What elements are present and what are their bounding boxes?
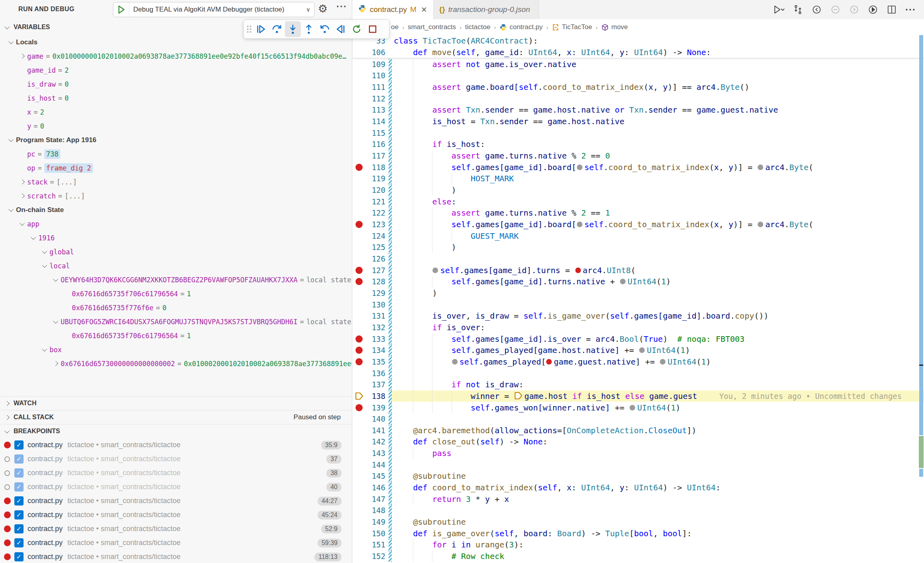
tree-row[interactable]: global (0, 245, 352, 259)
tree-row[interactable]: is_draw=0 (0, 77, 352, 91)
breakpoint-dot-icon[interactable] (355, 358, 363, 365)
breadcrumb-item-tictactoe[interactable]: TicTacToe (552, 23, 592, 31)
inline-breakpoint-candidate-icon[interactable] (639, 347, 645, 353)
tree-row[interactable]: local (0, 259, 352, 273)
breakpoint-dot-icon[interactable] (355, 164, 363, 171)
gutter[interactable]: 127 (353, 264, 389, 276)
gutter[interactable]: 123 (353, 219, 389, 230)
chevron-down-icon[interactable] (28, 236, 38, 240)
overview-ruler[interactable] (918, 0, 924, 563)
code-text[interactable]: self.games[game_id].turns.native + UInt6… (392, 276, 924, 287)
code-text[interactable]: return 3 * y + x (392, 493, 924, 505)
chevron-down-icon[interactable] (50, 320, 61, 323)
breadcrumb-item-tictactoe[interactable]: tictactoe (465, 23, 490, 31)
code-text[interactable]: is_over, is_draw = self.is_game_over(sel… (392, 310, 924, 322)
breakpoint-row[interactable]: ✓contract.pytictactoe • smart_contracts/… (0, 550, 352, 563)
code-text[interactable]: self.games_played[game.guest.native] += … (392, 356, 924, 368)
breakpoint-checkbox[interactable]: ✓ (14, 440, 24, 450)
chevron-down-icon[interactable] (39, 348, 49, 351)
breakpoint-dot-icon[interactable] (355, 335, 363, 343)
code-text[interactable]: pass (392, 448, 924, 459)
gutter[interactable]: 142 (353, 436, 389, 448)
breakpoint-dot-icon[interactable] (355, 267, 363, 274)
start-debug-icon[interactable] (113, 2, 129, 17)
more-actions-icon[interactable]: ··· (336, 1, 347, 12)
inline-breakpoint-candidate-icon[interactable] (620, 279, 626, 284)
callstack-section-header[interactable]: CALL STACK Paused on step (0, 410, 352, 424)
code-text[interactable]: assert not game.is_over.native (392, 59, 924, 70)
code-text[interactable]: winner = game.host if is_host else game.… (392, 391, 924, 402)
code-text[interactable] (392, 367, 924, 379)
gutter[interactable]: 111 (353, 81, 389, 93)
gutter[interactable]: 133 (353, 333, 389, 345)
gutter[interactable]: 136 (353, 367, 389, 379)
inline-breakpoint-icon[interactable] (575, 268, 581, 273)
code-text[interactable] (392, 299, 924, 310)
code-text[interactable] (392, 127, 924, 139)
nav-forward-icon[interactable] (849, 4, 859, 15)
code-text[interactable]: self.games[game_id].is_over = arc4.Bool(… (392, 333, 924, 345)
tab-contract-py[interactable]: contract.py M × (353, 0, 434, 19)
tree-row[interactable]: 0x67616d65735f776f6e=0 (0, 301, 352, 315)
tree-row[interactable]: y=0 (0, 119, 352, 133)
breakpoint-checkbox[interactable]: ✓ (14, 454, 24, 464)
breadcrumb-item-contract-py[interactable]: contract.py (500, 23, 543, 31)
code-text[interactable]: @arc4.baremethod(allow_actions=[OnComple… (392, 425, 924, 436)
breakpoint-row[interactable]: ✓contract.pytictactoe • smart_contracts/… (0, 480, 352, 494)
breakpoint-dot-icon[interactable] (355, 404, 363, 411)
split-editor-icon[interactable] (886, 4, 897, 15)
tree-row[interactable]: 0x67616d65735f706c61796564=1 (0, 329, 352, 343)
gutter[interactable]: 140 (353, 413, 389, 425)
gutter[interactable]: 109 (353, 59, 389, 70)
chevron-right-icon[interactable] (17, 54, 27, 58)
debug-config-dropdown[interactable]: Debug TEAL via AlgoKit AVM Debugger (tic… (113, 2, 315, 17)
close-icon[interactable]: × (421, 4, 428, 15)
gutter[interactable]: 110 (353, 70, 389, 81)
code-text[interactable]: def coord_to_matrix_index(self, x: UInt6… (392, 482, 924, 494)
tree-row[interactable]: stack=[...] (0, 175, 352, 189)
code-text[interactable]: self.games_won[winner.native] += UInt64(… (392, 402, 924, 413)
code-text[interactable] (392, 70, 924, 81)
gutter[interactable]: 135 (353, 356, 389, 368)
code-text[interactable]: for i in urange(3): (392, 539, 924, 551)
gutter[interactable]: 122 (353, 207, 389, 219)
breadcrumb-item-move[interactable]: move (601, 23, 628, 31)
breakpoints-section-header[interactable]: BREAKPOINTS (0, 424, 352, 438)
gutter[interactable]: 151 (353, 539, 389, 551)
gutter[interactable]: 113 (353, 104, 389, 116)
code-text[interactable] (392, 505, 924, 516)
chevron-down-icon[interactable] (6, 208, 16, 212)
code-text[interactable]: class TicTacToe(ARC4Contract): (392, 35, 924, 47)
tree-row[interactable]: scratch=[...] (0, 189, 352, 203)
gutter[interactable]: 144 (353, 459, 389, 470)
code-text[interactable]: ) (392, 242, 924, 253)
code-text[interactable]: ) (392, 287, 924, 299)
inline-breakpoint-candidate-icon[interactable] (577, 222, 582, 227)
code-text[interactable]: self.games[game_id].board[self.coord_to_… (392, 219, 924, 230)
gutter[interactable]: 106 (353, 47, 389, 58)
chevron-down-icon[interactable] (39, 250, 49, 254)
code-text[interactable]: assert game.turns.native % 2 == 1 (392, 207, 924, 219)
breakpoint-row[interactable]: ✓contract.pytictactoe • smart_contracts/… (0, 438, 352, 452)
more-actions-icon[interactable]: ··· (905, 4, 916, 15)
watch-section-header[interactable]: WATCH (0, 396, 352, 410)
inline-breakpoint-candidate-icon[interactable] (758, 165, 763, 170)
chevron-right-icon[interactable] (17, 194, 27, 198)
code-text[interactable]: @subroutine (392, 516, 924, 528)
inline-breakpoint-candidate-icon[interactable] (660, 359, 665, 365)
restart-button[interactable] (349, 21, 365, 37)
gutter[interactable]: 148 (353, 505, 389, 516)
breakpoint-row[interactable]: ✓contract.pytictactoe • smart_contracts/… (0, 508, 352, 522)
tree-row[interactable]: game_id=2 (0, 63, 352, 77)
run-interactive-icon[interactable] (868, 4, 878, 15)
tree-row[interactable]: OEYWY64H3D7QK6KCGG6NM2XKKOTZB6BEGZ2P6VAW… (0, 273, 352, 287)
gutter[interactable]: 124 (353, 230, 389, 242)
gutter[interactable]: 134 (353, 345, 389, 356)
open-changes-icon[interactable] (793, 4, 803, 15)
stop-button[interactable] (365, 21, 381, 37)
code-text[interactable]: ) (392, 184, 924, 196)
inline-breakpoint-candidate-icon[interactable] (630, 405, 635, 410)
breakpoint-checkbox[interactable]: ✓ (14, 496, 24, 506)
gutter[interactable]: 149 (353, 516, 389, 528)
gutter[interactable]: 139 (353, 402, 389, 413)
